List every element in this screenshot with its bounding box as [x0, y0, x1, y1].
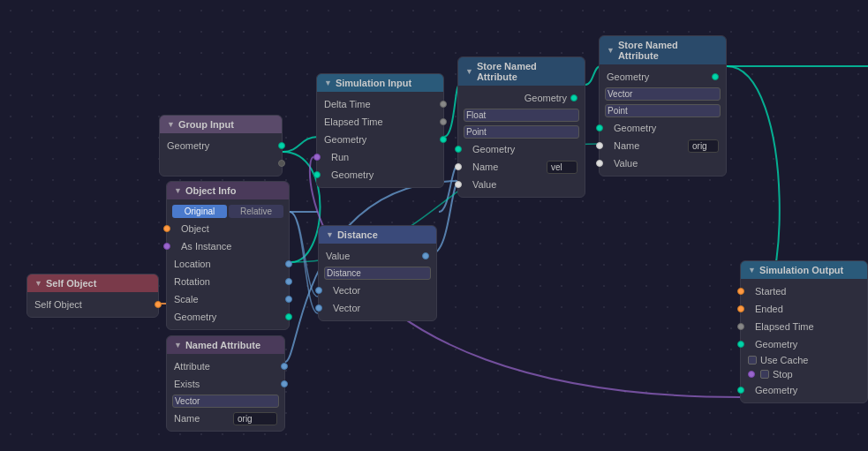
sn-left-geo-in-socket[interactable]: [455, 146, 462, 153]
sn-left-type1-select[interactable]: Float Vector: [464, 109, 579, 122]
sn-left-value-socket[interactable]: [455, 181, 462, 188]
group-input-geometry-row: Geometry: [160, 137, 282, 154]
use-cache-row: Use Cache: [741, 353, 867, 367]
so-geometry-socket[interactable]: [737, 341, 744, 348]
dist-vec2-label: Vector: [326, 303, 429, 313]
obj-geometry-socket[interactable]: [285, 313, 292, 320]
store-named-left-node: ▼ Store Named Attribute Geometry Float V…: [457, 56, 585, 198]
sn-left-type2-wrap[interactable]: Point Edge: [458, 124, 585, 140]
vector-select-wrap[interactable]: Vector Float: [167, 393, 284, 410]
run-label: Run: [324, 152, 436, 162]
obj-geometry-label: Geometry: [174, 312, 282, 322]
as-instance-socket[interactable]: [163, 243, 170, 250]
delta-time-socket[interactable]: [440, 101, 447, 108]
obj-geometry-row: Geometry: [167, 308, 289, 326]
sn-right-name-socket[interactable]: [596, 142, 603, 149]
sim-in-geometry-row: Geometry: [317, 131, 443, 148]
sn-right-type2-select[interactable]: Point Edge: [605, 104, 721, 117]
chevron-icon: ▼: [465, 67, 473, 76]
exists-label: Exists: [174, 379, 277, 389]
use-cache-label: Use Cache: [760, 355, 808, 365]
sn-left-name-input[interactable]: [547, 161, 577, 174]
location-label: Location: [174, 259, 282, 269]
ended-label: Ended: [748, 304, 860, 314]
so-geo-out-socket[interactable]: [737, 387, 744, 394]
stop-socket[interactable]: [748, 371, 755, 378]
sn-right-geo-in-row: Geometry: [600, 119, 726, 137]
original-button[interactable]: Original: [172, 205, 227, 218]
sn-left-geo-top-socket[interactable]: [570, 94, 577, 101]
object-in-socket[interactable]: [163, 225, 170, 232]
started-socket[interactable]: [737, 288, 744, 295]
self-object-socket[interactable]: [155, 301, 162, 308]
dist-value-row: Value: [319, 247, 436, 265]
rotation-socket[interactable]: [285, 278, 292, 285]
group-input-header: ▼ Group Input: [160, 116, 282, 133]
dist-value-socket[interactable]: [422, 252, 429, 259]
named-attribute-node: ▼ Named Attribute Attribute Exists Vecto…: [166, 335, 285, 432]
elapsed-time-out-socket[interactable]: [737, 323, 744, 330]
sn-right-value-socket[interactable]: [596, 160, 603, 167]
sn-right-type1-select[interactable]: Vector Float: [605, 87, 721, 101]
sn-right-name-input[interactable]: [688, 139, 719, 153]
as-instance-label: As Instance: [174, 241, 282, 252]
sim-in-geometry-label: Geometry: [324, 134, 436, 145]
exists-socket[interactable]: [281, 380, 288, 387]
sn-left-geo-in-label: Geometry: [465, 144, 577, 154]
rotation-row: Rotation: [167, 273, 289, 290]
group-input-node: ▼ Group Input Geometry: [159, 115, 283, 177]
sn-right-geo-in-socket[interactable]: [596, 124, 603, 132]
delta-time-label: Delta Time: [324, 99, 436, 109]
chevron-icon: ▼: [174, 341, 182, 350]
scale-socket[interactable]: [285, 296, 292, 303]
dist-vec2-socket[interactable]: [315, 304, 322, 312]
name-input[interactable]: [233, 412, 277, 425]
relative-button[interactable]: Relative: [229, 205, 283, 218]
self-object-label: Self Object: [34, 299, 151, 310]
sn-right-geo-in-label: Geometry: [607, 123, 719, 133]
attribute-socket[interactable]: [281, 363, 288, 370]
sn-right-type2-wrap[interactable]: Point Edge: [600, 102, 726, 119]
vector-select[interactable]: Vector Float: [172, 395, 279, 408]
distance-node: ▼ Distance Value Distance Vector Vector: [318, 225, 437, 321]
scale-label: Scale: [174, 294, 282, 304]
dist-type-select[interactable]: Distance: [324, 267, 431, 280]
elapsed-time-socket[interactable]: [440, 118, 447, 125]
object-row: Object: [167, 220, 289, 237]
use-cache-checkbox[interactable]: [748, 356, 757, 365]
geometry-out-socket[interactable]: [278, 142, 285, 149]
attribute-label: Attribute: [174, 361, 277, 372]
sn-right-geo-top-row: Geometry: [600, 68, 726, 86]
as-instance-row: As Instance: [167, 237, 289, 255]
sim-output-title: Simulation Output: [759, 265, 843, 275]
dist-vec1-socket[interactable]: [315, 287, 322, 294]
location-row: Location: [167, 255, 289, 273]
object-info-node: ▼ Object Info Original Relative Object A…: [166, 181, 290, 330]
sim-out-geo-socket[interactable]: [313, 171, 321, 178]
location-socket[interactable]: [285, 260, 292, 267]
dist-type-wrap[interactable]: Distance: [319, 265, 436, 282]
stop-checkbox[interactable]: [760, 370, 769, 379]
sn-left-type1-wrap[interactable]: Float Vector: [458, 107, 585, 124]
sim-input-header: ▼ Simulation Input: [317, 74, 443, 92]
ended-socket[interactable]: [737, 305, 744, 312]
chevron-icon: ▼: [174, 186, 182, 195]
group-input-dot-row: [160, 154, 282, 172]
store-named-right-title: Store Named Attribute: [618, 40, 719, 61]
sn-right-geo-top-socket[interactable]: [712, 73, 719, 80]
sim-in-geometry-socket[interactable]: [440, 136, 447, 143]
name-label: Name: [174, 413, 230, 424]
run-row: Run: [317, 148, 443, 166]
sn-right-type1-wrap[interactable]: Vector Float: [600, 86, 726, 102]
sim-output-node: ▼ Simulation Output Started Ended Elapse…: [740, 260, 868, 403]
extra-socket[interactable]: [278, 160, 285, 167]
sn-left-name-socket[interactable]: [455, 163, 462, 170]
name-row: Name: [167, 410, 284, 427]
delta-time-row: Delta Time: [317, 95, 443, 113]
sim-input-node: ▼ Simulation Input Delta Time Elapsed Ti…: [316, 73, 444, 188]
run-socket[interactable]: [313, 154, 321, 161]
dist-vec1-row: Vector: [319, 282, 436, 299]
sn-left-type2-select[interactable]: Point Edge: [464, 125, 579, 139]
sn-left-geo-in-row: Geometry: [458, 140, 585, 158]
elapsed-time-label: Elapsed Time: [324, 117, 436, 127]
